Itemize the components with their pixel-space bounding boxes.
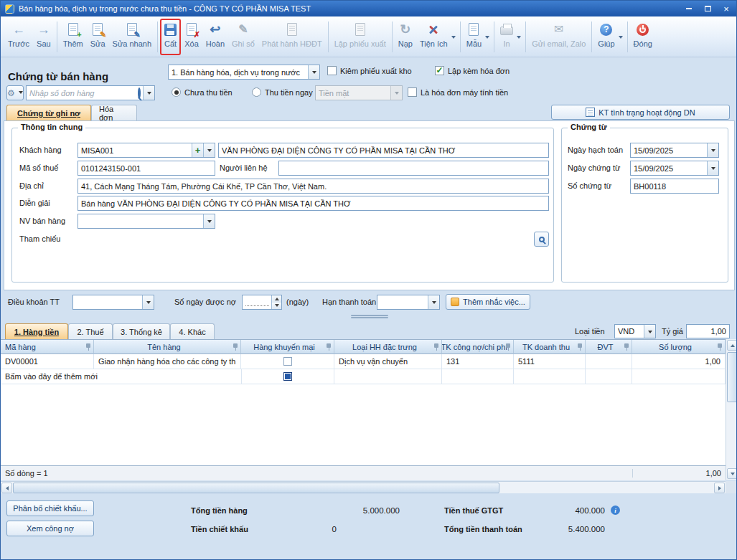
vertical-scrollbar[interactable] xyxy=(726,339,737,480)
customer-name-field[interactable]: VĂN PHÒNG ĐẠI DIỆN CÔNG TY CỔ PHẦN MISA … xyxy=(218,143,549,158)
horizontal-scrollbar[interactable] xyxy=(1,481,726,493)
order-options-button[interactable]: ⚙ xyxy=(6,85,24,100)
add-reminder-button[interactable]: Thêm nhắc việc... xyxy=(446,294,530,310)
payment-terms-select[interactable] xyxy=(72,295,154,310)
pin-icon[interactable] xyxy=(717,343,723,351)
toolbar-button-export-slip[interactable]: Lập phiếu xuất xyxy=(331,19,390,55)
new-row-checkbox-cell[interactable] xyxy=(241,369,334,384)
new-row-cell[interactable] xyxy=(514,369,586,384)
pin-icon[interactable] xyxy=(433,343,439,351)
new-row-cell[interactable] xyxy=(632,369,726,384)
toolbar-button-reload[interactable]: ↻ Nạp xyxy=(395,19,416,55)
toolbar-button-undo[interactable]: ↩ Hoàn xyxy=(202,19,228,55)
kt-status-button[interactable]: KT tình trạng hoạt động DN xyxy=(551,105,730,120)
pin-icon[interactable] xyxy=(505,343,511,351)
add-customer-icon[interactable]: + xyxy=(192,143,203,157)
scroll-left-button[interactable] xyxy=(1,483,12,493)
contact-field[interactable] xyxy=(278,161,549,176)
checkbox-focused-icon[interactable] xyxy=(283,372,292,381)
cell-dvt[interactable] xyxy=(586,354,632,369)
chevron-down-icon[interactable] xyxy=(308,65,319,79)
credit-days-stepper[interactable] xyxy=(242,295,282,310)
due-date-select[interactable] xyxy=(377,295,440,310)
toolbar-button-close[interactable]: Đóng xyxy=(630,19,656,55)
chevron-down-icon[interactable] xyxy=(203,214,215,228)
tab-thue[interactable]: 2. Thuế xyxy=(68,323,113,339)
new-row-cell[interactable] xyxy=(586,369,632,384)
cell-tk-doanh-thu[interactable]: 5111 xyxy=(514,354,586,369)
pin-icon[interactable] xyxy=(233,343,238,351)
tab-thong-ke[interactable]: 3. Thống kê xyxy=(113,323,170,339)
allocate-discount-button[interactable]: Phân bổ chiết khấu... xyxy=(6,500,94,516)
toolbar-button-next[interactable]: → Sau xyxy=(33,19,55,55)
grid-header-tk-doanh-thu[interactable]: TK doanh thu xyxy=(514,340,586,354)
table-row[interactable]: DV00001 Giao nhận hàng hóa cho các công … xyxy=(1,354,726,369)
grid-header-ten-hang[interactable]: Tên hàng xyxy=(94,340,241,354)
minimize-button[interactable] xyxy=(683,4,695,14)
payment-method-select[interactable]: Tiền mặt xyxy=(315,85,403,100)
toolbar-button-print[interactable]: In xyxy=(497,19,523,55)
tab-khac[interactable]: 4. Khác xyxy=(170,323,215,339)
with-invoice-checkbox[interactable]: ✓ Lập kèm hóa đơn xyxy=(435,66,510,75)
new-row-prompt[interactable]: Bấm vào đây để thêm mới xyxy=(1,369,241,384)
pin-icon[interactable] xyxy=(577,343,583,351)
tab-hoa-don[interactable]: Hóa đơn xyxy=(91,105,137,120)
chevron-down-icon[interactable] xyxy=(142,295,154,309)
cell-so-luong[interactable]: 1,00 xyxy=(632,354,726,369)
vertical-scroll-thumb[interactable] xyxy=(727,352,737,402)
chevron-down-icon[interactable] xyxy=(143,86,154,100)
toolbar-button-issue-einvoice[interactable]: Phát hành HĐĐT xyxy=(258,19,326,55)
grid-header-loai-hh[interactable]: Loại HH đặc trưng xyxy=(334,340,442,354)
grid-header-hang-khuyen-mai[interactable]: Hàng khuyến mại xyxy=(241,340,334,354)
toolbar-button-post[interactable]: ✎ Ghi sổ xyxy=(228,19,258,55)
step-down-icon[interactable] xyxy=(272,303,281,310)
new-row-cell[interactable] xyxy=(334,369,442,384)
doc-type-select[interactable]: 1. Bán hàng hóa, dịch vụ trong nước xyxy=(168,65,320,80)
doc-date-picker[interactable]: 15/09/2025 xyxy=(630,161,719,176)
pin-icon[interactable] xyxy=(326,343,332,351)
exchange-rate-field[interactable]: 1,00 xyxy=(686,324,730,338)
tab-hang-tien[interactable]: 1. Hàng tiền xyxy=(5,323,68,339)
search-icon[interactable] xyxy=(136,89,143,98)
cell-hang-khuyen-mai[interactable] xyxy=(241,354,334,369)
currency-select[interactable]: VND xyxy=(614,324,656,338)
new-row-cell[interactable] xyxy=(442,369,514,384)
address-field[interactable]: 41, Cách Mạng Tháng Tám, Phường Cái Khế,… xyxy=(78,179,549,194)
pin-icon[interactable] xyxy=(85,343,91,351)
radio-unpaid[interactable]: Chưa thu tiền xyxy=(172,87,233,97)
pos-invoice-checkbox[interactable]: Là hóa đơn máy tính tiền xyxy=(408,87,508,97)
scroll-right-button[interactable] xyxy=(714,483,725,493)
toolbar-button-delete[interactable]: ✗ Xóa xyxy=(181,19,202,55)
tab-chung-tu-ghi-no[interactable]: Chứng từ ghi nợ xyxy=(6,105,91,120)
info-icon[interactable]: i xyxy=(611,506,620,515)
chevron-down-icon[interactable] xyxy=(428,295,439,309)
pin-icon[interactable] xyxy=(624,343,629,351)
step-up-icon[interactable] xyxy=(272,295,281,303)
reference-search-button[interactable] xyxy=(534,232,549,247)
chevron-down-icon[interactable] xyxy=(707,143,718,157)
chevron-down-icon[interactable] xyxy=(644,325,655,338)
radio-pay-now[interactable]: Thu tiền ngay xyxy=(252,87,313,97)
view-debt-button[interactable]: Xem công nợ xyxy=(6,521,94,536)
chevron-down-icon[interactable] xyxy=(707,161,718,175)
cell-ten-hang[interactable]: Giao nhận hàng hóa cho các công ty th xyxy=(94,354,241,369)
toolbar-button-utilities[interactable]: Tiện ích xyxy=(416,19,458,55)
checkbox-icon[interactable] xyxy=(283,357,292,366)
scroll-up-button[interactable] xyxy=(727,340,737,351)
grid-header-dvt[interactable]: ĐVT xyxy=(586,340,632,354)
scroll-down-button[interactable] xyxy=(727,468,737,479)
toolbar-button-previous[interactable]: ← Trước xyxy=(4,19,33,55)
toolbar-button-add[interactable]: + Thêm xyxy=(60,19,87,55)
sales-person-select[interactable] xyxy=(78,214,215,229)
toolbar-button-help[interactable]: ? Giúp xyxy=(594,19,624,55)
new-row[interactable]: Bấm vào đây để thêm mới xyxy=(1,369,726,384)
grid-header-so-luong[interactable]: Số lượng xyxy=(632,340,726,354)
toolbar-button-save[interactable]: Cất xyxy=(160,19,181,55)
toolbar-button-quick-edit[interactable]: ✎ Sửa nhanh xyxy=(109,19,155,55)
cell-ma-hang[interactable]: DV00001 xyxy=(1,354,94,369)
cell-loai-hh[interactable]: Dịch vụ vận chuyển xyxy=(334,354,442,369)
grid-header-ma-hang[interactable]: Mã hàng xyxy=(1,340,94,354)
customer-select[interactable]: MISA001 + xyxy=(78,143,215,158)
order-search-input[interactable]: Nhập số đơn hàng xyxy=(26,85,155,100)
toolbar-button-edit[interactable]: ✎ Sửa xyxy=(87,19,109,55)
